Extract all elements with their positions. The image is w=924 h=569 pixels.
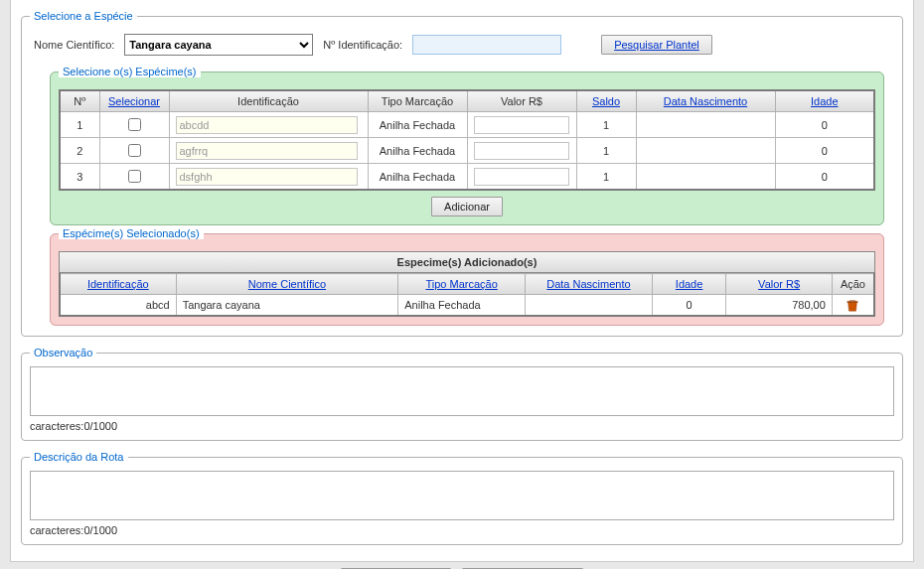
id-input[interactable] — [176, 142, 358, 160]
cell-saldo: 1 — [576, 164, 636, 191]
cell-idade: 0 — [775, 164, 874, 191]
saldo-sort-link[interactable]: Saldo — [592, 95, 620, 107]
cell-id — [169, 164, 368, 191]
rota-textarea[interactable] — [30, 471, 894, 520]
col2-acao: Ação — [832, 274, 874, 295]
selecionados-legend: Espécime(s) Selecionado(s) — [59, 227, 204, 239]
cell-valor — [467, 112, 576, 138]
col-valor: Valor R$ — [467, 90, 576, 112]
cell-valor — [467, 164, 576, 191]
cell-idade: 0 — [652, 295, 726, 317]
observacao-count: caracteres:0/1000 — [30, 418, 894, 432]
cell-data — [636, 164, 775, 191]
cell-data — [636, 112, 775, 138]
observacao-textarea[interactable] — [30, 366, 894, 416]
selecionados-table: Identificação Nome Científico Tipo Marca… — [59, 273, 875, 317]
col2-idade: Idade — [652, 274, 726, 295]
cell-data — [636, 138, 775, 164]
cell-saldo: 1 — [576, 112, 636, 138]
table-row: abcdTangara cayanaAnilha Fechada0780,00 — [60, 295, 874, 317]
table-row: 1Anilha Fechada10 — [60, 112, 874, 138]
cell-acao — [832, 295, 874, 317]
cell-select — [99, 164, 169, 191]
trash-icon[interactable] — [846, 298, 859, 312]
rota-fieldset: Descrição da Rota caracteres:0/1000 — [21, 451, 903, 545]
col2-valor: Valor R$ — [726, 274, 832, 295]
col-data: Data Nascimento — [636, 90, 775, 112]
add-bar: Adicionar — [59, 191, 875, 216]
species-fieldset: Selecione a Espécie Nome Científico: Tan… — [21, 10, 903, 337]
col-tipo: Tipo Marcação — [368, 90, 467, 112]
cell-data — [526, 295, 653, 317]
selecionados-title: Especime(s) Adicionado(s) — [59, 251, 875, 273]
cell-tipo: Anilha Fechada — [368, 112, 467, 138]
cell-n: 1 — [60, 112, 99, 138]
id-input[interactable] — [176, 116, 358, 134]
species-legend: Selecione a Espécie — [30, 10, 137, 22]
cell-id: abcd — [60, 295, 176, 317]
col2-tipo: Tipo Marcação — [398, 274, 526, 295]
main-panel: Selecione a Espécie Nome Científico: Tan… — [10, 0, 914, 562]
observacao-legend: Observação — [30, 347, 96, 358]
table-row: 3Anilha Fechada10 — [60, 164, 874, 191]
col-identificacao: Identificação — [169, 90, 368, 112]
especimes-table: Nº Selecionar Identificação Tipo Marcaçã… — [59, 89, 875, 191]
especimes-legend: Selecione o(s) Espécime(s) — [59, 66, 201, 77]
col-n: Nº — [60, 90, 99, 112]
cell-select — [99, 138, 169, 164]
cell-nome: Tangara cayana — [176, 295, 398, 317]
cell-valor: 780,00 — [726, 295, 832, 317]
cell-id — [169, 112, 368, 138]
cell-idade: 0 — [775, 138, 874, 164]
data-sort-link[interactable]: Data Nascimento — [664, 95, 747, 107]
col2-identificacao: Identificação — [60, 274, 176, 295]
select-checkbox[interactable] — [128, 170, 141, 183]
cell-tipo: Anilha Fechada — [398, 295, 526, 317]
id-label: Nº Identificação: — [323, 39, 402, 51]
adicionar-button[interactable]: Adicionar — [431, 197, 503, 216]
species-row: Nome Científico: Tangara cayana Nº Ident… — [30, 30, 894, 64]
idade-sort-link[interactable]: Idade — [811, 95, 839, 107]
col-saldo: Saldo — [576, 90, 636, 112]
selecionados-header-row: Identificação Nome Científico Tipo Marca… — [60, 274, 874, 295]
cell-select — [99, 112, 169, 138]
id-input[interactable] — [176, 168, 358, 186]
cell-tipo: Anilha Fechada — [368, 138, 467, 164]
table-row: 2Anilha Fechada10 — [60, 138, 874, 164]
nome-cientifico-label: Nome Científico: — [34, 39, 114, 51]
col-idade: Idade — [775, 90, 874, 112]
selecionados-fieldset: Espécime(s) Selecionado(s) Especime(s) A… — [50, 227, 884, 326]
observacao-fieldset: Observação caracteres:0/1000 — [21, 347, 903, 441]
rota-legend: Descrição da Rota — [30, 451, 128, 463]
pesquisar-plantel-button[interactable]: Pesquisar Plantel — [601, 35, 712, 55]
select-checkbox[interactable] — [128, 118, 141, 131]
rota-count: caracteres:0/1000 — [30, 522, 894, 536]
col2-nome: Nome Científico — [176, 274, 398, 295]
cell-saldo: 1 — [576, 138, 636, 164]
col-selecionar: Selecionar — [99, 90, 169, 112]
valor-input[interactable] — [474, 168, 568, 186]
nome-cientifico-select[interactable]: Tangara cayana — [124, 34, 313, 56]
cell-n: 2 — [60, 138, 99, 164]
col2-data: Data Nascimento — [526, 274, 653, 295]
valor-input[interactable] — [474, 116, 568, 134]
valor-input[interactable] — [474, 142, 568, 160]
especimes-header-row: Nº Selecionar Identificação Tipo Marcaçã… — [60, 90, 874, 112]
id-input[interactable] — [412, 35, 561, 55]
selecionar-sort-link[interactable]: Selecionar — [108, 95, 160, 107]
cell-n: 3 — [60, 164, 99, 191]
footer-bar: Gravar Operação Nova Transferência — [0, 562, 924, 569]
cell-idade: 0 — [775, 112, 874, 138]
select-checkbox[interactable] — [128, 144, 141, 157]
cell-tipo: Anilha Fechada — [368, 164, 467, 191]
cell-valor — [467, 138, 576, 164]
cell-id — [169, 138, 368, 164]
especimes-fieldset: Selecione o(s) Espécime(s) Nº Selecionar… — [50, 66, 884, 225]
